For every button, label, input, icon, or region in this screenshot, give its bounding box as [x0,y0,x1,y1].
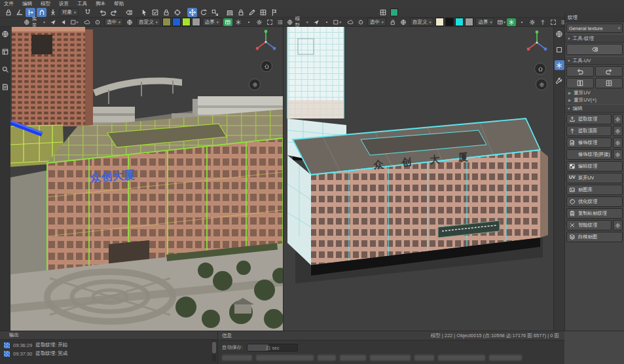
color-swatch[interactable] [435,18,444,26]
layout-grid-button[interactable] [258,8,268,17]
edit-button-0[interactable]: 提取纹理 [566,114,612,124]
angle-snap-button[interactable] [14,8,24,17]
object-dropdown[interactable]: 对象▾ [60,8,79,16]
edit-button-4[interactable]: 编辑纹理 [566,161,623,172]
edit-button-3[interactable]: 修饰纹理(拼接) [566,149,612,160]
point-display-button[interactable] [244,18,253,26]
fly-mode-button[interactable] [312,18,321,26]
upload-view-button[interactable] [538,18,547,26]
point-cloud-button[interactable] [346,18,355,26]
boundary-mode[interactable]: 边界▾ [202,18,221,26]
color-swatch[interactable] [182,18,191,26]
uv-layout-button[interactable] [566,78,594,88]
shading-sphere-button[interactable] [125,18,134,26]
delete-button[interactable] [124,8,134,17]
edit-button-5[interactable]: UV展开UV [566,173,623,183]
color-swatch[interactable] [172,18,181,26]
custom-color[interactable]: 自定义▾ [410,18,434,26]
uv-undo-button[interactable] [566,66,594,77]
section-edit[interactable]: ▼ 编辑 [565,104,624,113]
texture-mode-button[interactable] [555,60,564,70]
right-viewport[interactable]: 众 创 大 厦 [283,27,553,331]
view-settings-button[interactable] [528,18,537,26]
select-filter[interactable]: 选中▾ [367,18,386,26]
rotate-tool-button[interactable] [198,8,208,17]
settings-gear-button[interactable] [613,149,623,160]
home-view-button[interactable] [534,63,546,75]
texture-window-button[interactable] [223,18,232,26]
lock-selection-button[interactable] [161,8,171,17]
uv-frame-button[interactable] [555,45,564,54]
fullscreen-view-button[interactable] [549,18,558,26]
edit-button-2[interactable]: 修饰纹理 [566,137,612,148]
point-cloud-button[interactable] [83,18,92,26]
center-view-button[interactable] [93,18,102,26]
point-size-button[interactable] [322,18,331,26]
wireframe-toggle-button[interactable] [234,18,243,26]
texture-type-dropdown[interactable]: General texture ▾ [566,24,623,33]
scale-tool-button[interactable] [210,8,219,17]
point-display-button[interactable] [517,18,526,26]
model-tool-button[interactable] [225,8,234,17]
collapsed-section[interactable]: ▶重算UV(+) [565,97,624,103]
lock-view-button[interactable] [388,18,397,26]
prev-view-button[interactable] [59,18,68,26]
left-viewport[interactable]: 众创大厦 [10,27,283,331]
settings-gear-button[interactable] [613,114,623,124]
custom-color[interactable]: 自定义▾ [136,18,160,26]
boundary-mode[interactable]: 边界▾ [475,18,494,26]
menu-item-5[interactable]: 脚本 [96,1,105,7]
cube-display-button[interactable] [389,8,399,17]
color-swatch[interactable] [192,18,200,26]
material-ball-button[interactable] [555,29,564,39]
output-scrollbar[interactable] [212,340,216,362]
menu-item-4[interactable]: 工具 [77,1,87,7]
view-box-button[interactable]: ▾ [333,18,342,26]
axis-gizmo[interactable] [253,28,279,54]
uv-redo-button[interactable] [595,66,623,77]
undo-button[interactable] [98,8,107,17]
menu-item-3[interactable]: 设置 [59,1,69,7]
menu-item-2[interactable]: 模型 [41,1,50,7]
clear-texture-button[interactable] [566,44,623,55]
fly-mode-button[interactable] [48,18,58,26]
view-box-button[interactable]: ▾ [69,18,79,26]
shading-sphere-button[interactable] [399,18,408,26]
move-tool-button[interactable] [187,8,197,17]
walkthrough-button[interactable] [48,8,58,17]
wireframe-toggle-button[interactable] [507,18,516,26]
texture-window-button[interactable]: ▾ [496,18,505,26]
section-tool-uv[interactable]: ▼ 工具-UV [565,56,624,65]
center-view-button[interactable] [356,18,365,26]
select-cursor-button[interactable] [139,8,149,17]
view-settings-button[interactable] [255,18,264,26]
edit-button-7[interactable]: 优化纹理 [566,196,623,207]
display-grid-button[interactable] [378,8,388,17]
section-tool-texture[interactable]: ▼ 工具-纹理 [565,34,624,43]
select-filter[interactable]: 选中▾ [104,18,123,26]
select-confirm-button[interactable] [150,8,160,17]
lock-tool-button[interactable] [3,8,13,17]
settings-gear-button[interactable] [613,137,623,148]
flag-marker-button[interactable] [269,8,279,17]
layer-panel-button[interactable] [1,47,10,56]
edit-button-9[interactable]: 智能纹理 [566,220,612,230]
measure-tool-button[interactable] [247,8,257,17]
edit-button-6[interactable]: 贴图库 [566,185,623,195]
magnet-snap-button[interactable] [83,8,92,17]
scene-ball-button[interactable] [1,29,10,39]
annotation-button[interactable] [1,82,10,92]
edit-button-10[interactable]: 白模贴图 [566,232,623,242]
menu-item-6[interactable]: 帮助 [114,1,124,7]
edit-button-8[interactable]: 复制粘贴纹理 [566,208,623,219]
viewport-settings-button[interactable] [536,79,547,90]
lock-model-button[interactable] [236,8,246,17]
color-swatch[interactable] [162,18,171,26]
axis-gizmo[interactable] [524,29,550,55]
home-view-button[interactable] [261,60,272,72]
tool-options-button[interactable] [555,76,564,86]
search-button[interactable] [1,65,10,74]
settings-gear-button[interactable] [613,126,623,136]
redo-button[interactable] [109,8,119,17]
color-swatch[interactable] [455,18,464,26]
